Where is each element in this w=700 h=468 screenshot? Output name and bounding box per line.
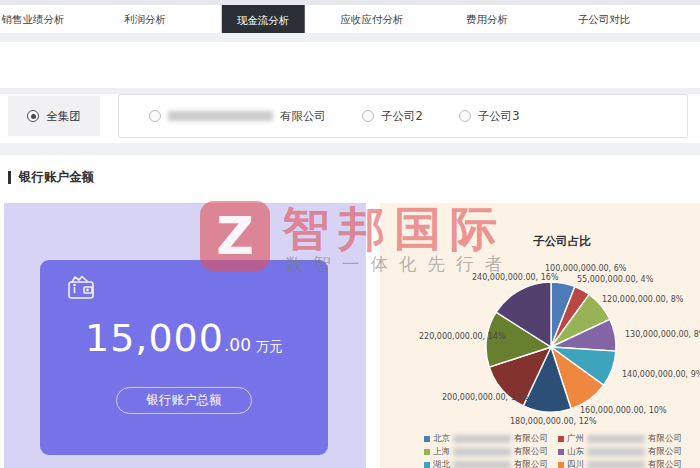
subsidiary-3-label: 子公司3 xyxy=(478,109,520,124)
legend-name-redacted xyxy=(453,461,511,468)
amount-decimal: .00 xyxy=(224,335,251,355)
legend-swatch xyxy=(558,462,564,468)
bank-account-total-button[interactable]: 银行账户总额 xyxy=(116,387,252,414)
legend-name-redacted xyxy=(453,435,511,443)
pie-label: 140,000,000.00, 9% xyxy=(622,370,700,379)
amount-unit: 万元 xyxy=(256,338,283,354)
legend-item: 北京有限公司 xyxy=(424,433,548,445)
radio-icon[interactable] xyxy=(459,110,471,122)
main-tabbar: 销售业绩分析 利润分析 现金流分析 应收应付分析 费用分析 子公司对比 xyxy=(0,5,700,33)
pie-label: 100,000,000.00, 6% xyxy=(545,264,626,273)
legend-swatch xyxy=(424,449,430,455)
legend-name-redacted xyxy=(587,435,645,443)
legend-suffix: 有限公司 xyxy=(648,433,682,445)
company-name-redacted xyxy=(168,111,273,121)
tab-cashflow-analysis[interactable]: 现金流分析 xyxy=(222,5,305,36)
legend-swatch xyxy=(424,462,430,468)
legend-item: 四川有限公司 xyxy=(558,459,682,468)
radio-icon[interactable] xyxy=(149,110,161,122)
legend-name-redacted xyxy=(453,448,511,456)
divider-strip xyxy=(0,143,700,155)
filter-subsidiary-2[interactable]: 子公司2 xyxy=(362,109,423,124)
tab-profit-analysis[interactable]: 利润分析 xyxy=(124,5,166,33)
legend-item: 山东有限公司 xyxy=(558,446,682,458)
radio-selected-icon[interactable] xyxy=(27,110,39,122)
filter-company-1[interactable]: 有限公司 xyxy=(149,109,326,124)
pie-label: 200,000,000.00, 13% xyxy=(442,393,528,402)
filter-group-all[interactable]: 全集团 xyxy=(8,96,100,136)
tab-sales-analysis[interactable]: 销售业绩分析 xyxy=(2,5,65,33)
section-header: 银行账户金额 xyxy=(8,169,94,186)
amount-main: 15,000 xyxy=(85,316,224,360)
section-bar-icon xyxy=(8,171,11,184)
legend-suffix: 有限公司 xyxy=(648,459,682,468)
legend-prefix: 广州 xyxy=(567,433,584,445)
legend-suffix: 有限公司 xyxy=(514,433,548,445)
pie-label: 220,000,000.00, 14% xyxy=(419,332,505,341)
pie-label: 180,000,000.00, 12% xyxy=(510,417,596,426)
account-amount: 15,000.00万元 xyxy=(40,316,328,360)
wallet-icon xyxy=(66,274,96,302)
company-suffix: 有限公司 xyxy=(280,109,326,124)
pie-label: 55,000,000.00, 4% xyxy=(577,275,653,284)
legend-item: 广州有限公司 xyxy=(558,433,682,445)
pie-label: 160,000,000.00, 10% xyxy=(580,406,666,415)
legend-swatch xyxy=(558,449,564,455)
subsidiary-2-label: 子公司2 xyxy=(381,109,423,124)
filter-subsidiary-3[interactable]: 子公司3 xyxy=(459,109,520,124)
dashboard-screen: 销售业绩分析 利润分析 现金流分析 应收应付分析 费用分析 子公司对比 ➔ 现金… xyxy=(0,0,700,468)
legend-name-redacted xyxy=(587,448,645,456)
bank-account-card: 15,000.00万元 银行账户总额 xyxy=(40,260,328,455)
tab-expense-analysis[interactable]: 费用分析 xyxy=(466,5,508,33)
legend-prefix: 北京 xyxy=(433,433,450,445)
legend-prefix: 四川 xyxy=(567,459,584,468)
company-filter-row: 全集团 有限公司 子公司2 子公司3 xyxy=(0,94,700,143)
legend-suffix: 有限公司 xyxy=(514,446,548,458)
tab-receivable-payable[interactable]: 应收应付分析 xyxy=(341,5,404,33)
divider-strip xyxy=(0,33,700,42)
legend-prefix: 上海 xyxy=(433,446,450,458)
legend-suffix: 有限公司 xyxy=(648,446,682,458)
bank-account-panel: 15,000.00万元 银行账户总额 xyxy=(4,203,366,468)
legend-swatch xyxy=(424,436,430,442)
legend-name-redacted xyxy=(587,461,645,468)
legend-item: 湖北有限公司 xyxy=(424,459,548,468)
toolbar: ➔ 现金流分析 上一年 20 年 ▲▼ 下一年 单位 xyxy=(0,42,700,88)
subsidiary-options-box: 有限公司 子公司2 子公司3 xyxy=(118,94,688,138)
pie-label: 240,000,000.00, 16% xyxy=(472,273,558,282)
legend-prefix: 山东 xyxy=(567,446,584,458)
subsidiary-share-panel: 子公司占比 100,000,000.00, 6% 55,000,000.00, … xyxy=(380,203,700,468)
section-title: 银行账户金额 xyxy=(19,169,94,186)
pie-label: 120,000,000.00, 8% xyxy=(602,295,683,304)
tab-subsidiary-compare[interactable]: 子公司对比 xyxy=(578,5,631,33)
legend-suffix: 有限公司 xyxy=(514,459,548,468)
legend-prefix: 湖北 xyxy=(433,459,450,468)
legend-swatch xyxy=(558,436,564,442)
radio-icon[interactable] xyxy=(362,110,374,122)
pie-label: 130,000,000.00, 8% xyxy=(625,330,700,339)
group-all-label: 全集团 xyxy=(46,109,81,124)
legend-item: 上海有限公司 xyxy=(424,446,548,458)
